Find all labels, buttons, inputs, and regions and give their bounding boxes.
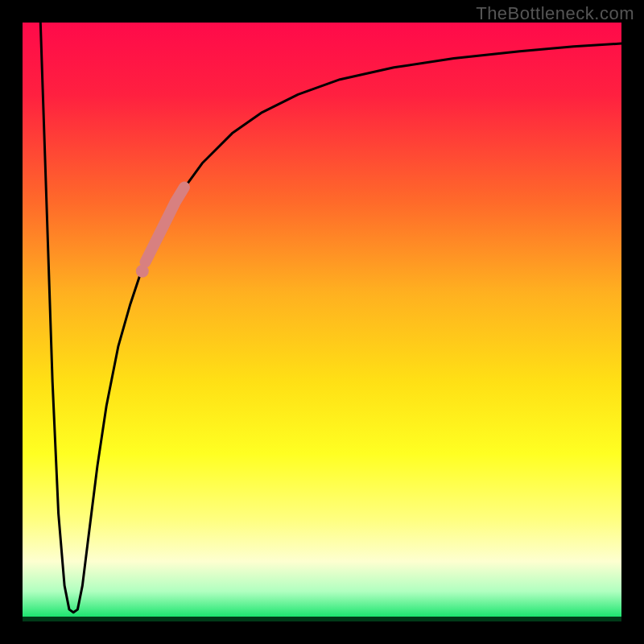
chart-frame: TheBottleneck.com [0, 0, 644, 644]
watermark-text: TheBottleneck.com [476, 3, 634, 24]
plot-baseline [23, 617, 621, 621]
chart-svg [0, 0, 644, 644]
highlight-dot [136, 265, 149, 278]
plot-background [23, 23, 621, 621]
